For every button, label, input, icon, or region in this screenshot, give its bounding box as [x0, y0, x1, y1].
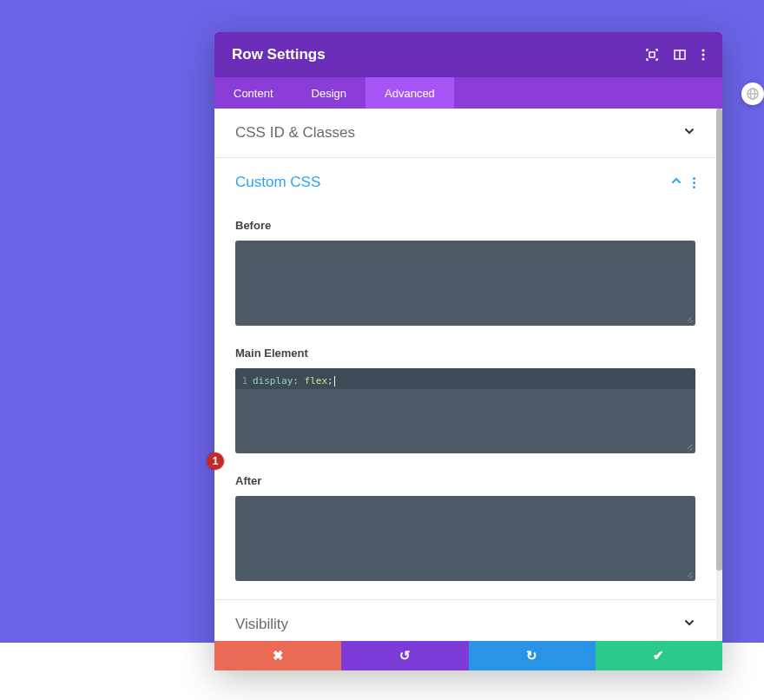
close-icon: ✖: [273, 648, 284, 664]
chevron-down-icon: [683, 125, 695, 141]
tabs: Content Design Advanced: [214, 77, 722, 109]
chevron-down-icon: [683, 617, 695, 632]
save-button[interactable]: ✔: [596, 641, 722, 670]
scrollbar-thumb[interactable]: [716, 109, 722, 571]
before-label: Before: [235, 219, 695, 232]
panel-body: CSS ID & Classes Custom CSS Before: [214, 109, 722, 670]
expand-icon[interactable]: [646, 49, 658, 61]
panel-footer: ✖ ↺ ↻ ✔: [214, 641, 722, 670]
svg-point-4: [702, 54, 705, 56]
after-label: After: [235, 474, 695, 487]
css-value: flex: [305, 375, 328, 386]
svg-rect-0: [649, 52, 655, 57]
split-view-icon[interactable]: [674, 49, 686, 61]
section-title: CSS ID & Classes: [235, 124, 355, 142]
tab-advanced[interactable]: Advanced: [366, 77, 454, 109]
css-property: display: [253, 375, 293, 386]
resize-handle[interactable]: [686, 316, 693, 323]
settings-panel: Row Settings Content Design Advanced CSS…: [214, 32, 722, 670]
section-title: Custom CSS: [235, 174, 320, 191]
floating-globe-button[interactable]: [741, 83, 764, 105]
section-css-id-classes[interactable]: CSS ID & Classes: [214, 109, 716, 158]
more-icon[interactable]: [701, 49, 705, 61]
panel-title: Row Settings: [232, 46, 646, 63]
section-more-icon[interactable]: [693, 177, 695, 188]
section-custom-css[interactable]: Custom CSS: [214, 158, 716, 207]
header-actions: [646, 49, 705, 61]
svg-point-5: [702, 58, 705, 61]
code-line: 1 display : flex ;: [235, 368, 695, 389]
redo-button[interactable]: ↻: [469, 641, 596, 670]
section-title: Visibility: [235, 616, 288, 633]
resize-handle[interactable]: [686, 444, 693, 451]
tab-design[interactable]: Design: [293, 77, 366, 109]
scrollbar[interactable]: [716, 109, 722, 641]
redo-icon: ↻: [526, 648, 537, 664]
section-visibility[interactable]: Visibility: [214, 600, 716, 641]
undo-button[interactable]: ↺: [341, 641, 468, 670]
undo-icon: ↺: [399, 648, 411, 664]
main-element-css-input[interactable]: 1 display : flex ;: [235, 368, 695, 453]
panel-header: Row Settings: [214, 32, 722, 77]
check-icon: ✔: [653, 648, 664, 664]
tab-content[interactable]: Content: [214, 77, 293, 109]
scroll-area: CSS ID & Classes Custom CSS Before: [214, 109, 716, 641]
discard-button[interactable]: ✖: [214, 641, 341, 670]
line-number: 1: [235, 375, 253, 386]
custom-css-fields: Before Main Element 1 display : flex ;: [214, 207, 716, 590]
svg-point-3: [702, 50, 705, 52]
before-css-input[interactable]: [235, 241, 695, 326]
css-colon: :: [293, 375, 299, 386]
after-css-input[interactable]: [235, 496, 695, 581]
text-cursor: [334, 376, 335, 386]
chevron-up-icon: [670, 175, 682, 190]
resize-handle[interactable]: [686, 571, 693, 578]
main-element-label: Main Element: [235, 347, 695, 360]
css-semicolon: ;: [327, 375, 333, 386]
annotation-badge-1: 1: [207, 452, 224, 470]
